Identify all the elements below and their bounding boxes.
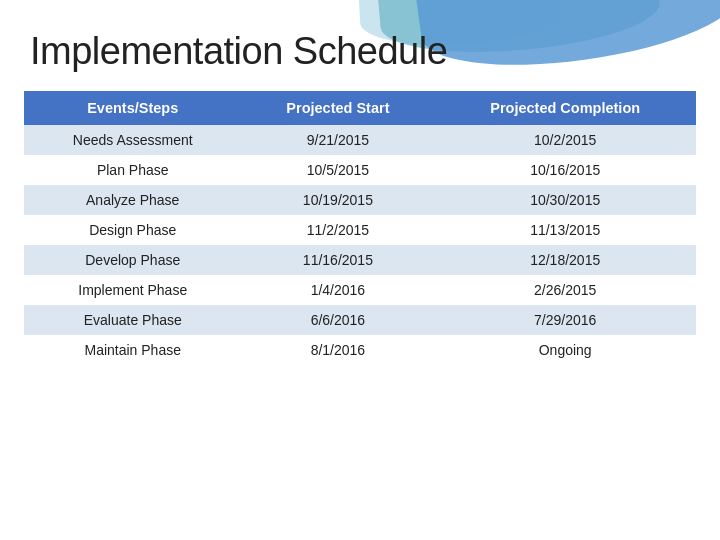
page-title: Implementation Schedule (0, 0, 720, 91)
table-cell-r7-c1: 8/1/2016 (241, 335, 434, 365)
table-cell-r4-c1: 11/16/2015 (241, 245, 434, 275)
table-cell-r3-c1: 11/2/2015 (241, 215, 434, 245)
schedule-table-container: Events/Steps Projected Start Projected C… (0, 91, 720, 365)
schedule-table: Events/Steps Projected Start Projected C… (24, 91, 696, 365)
table-cell-r5-c0: Implement Phase (24, 275, 241, 305)
table-row: Evaluate Phase6/6/20167/29/2016 (24, 305, 696, 335)
table-cell-r2-c2: 10/30/2015 (434, 185, 696, 215)
table-cell-r3-c2: 11/13/2015 (434, 215, 696, 245)
table-row: Design Phase11/2/201511/13/2015 (24, 215, 696, 245)
table-row: Analyze Phase10/19/201510/30/2015 (24, 185, 696, 215)
table-cell-r2-c0: Analyze Phase (24, 185, 241, 215)
table-cell-r5-c1: 1/4/2016 (241, 275, 434, 305)
table-row: Develop Phase11/16/201512/18/2015 (24, 245, 696, 275)
table-row: Plan Phase10/5/201510/16/2015 (24, 155, 696, 185)
table-cell-r6-c2: 7/29/2016 (434, 305, 696, 335)
table-row: Maintain Phase8/1/2016Ongoing (24, 335, 696, 365)
table-cell-r0-c1: 9/21/2015 (241, 125, 434, 155)
table-cell-r5-c2: 2/26/2015 (434, 275, 696, 305)
col-header-completion: Projected Completion (434, 91, 696, 125)
table-cell-r7-c2: Ongoing (434, 335, 696, 365)
table-row: Implement Phase1/4/20162/26/2015 (24, 275, 696, 305)
table-header-row: Events/Steps Projected Start Projected C… (24, 91, 696, 125)
table-cell-r6-c0: Evaluate Phase (24, 305, 241, 335)
table-cell-r0-c2: 10/2/2015 (434, 125, 696, 155)
table-cell-r7-c0: Maintain Phase (24, 335, 241, 365)
table-cell-r4-c2: 12/18/2015 (434, 245, 696, 275)
table-row: Needs Assessment9/21/201510/2/2015 (24, 125, 696, 155)
table-cell-r1-c1: 10/5/2015 (241, 155, 434, 185)
col-header-start: Projected Start (241, 91, 434, 125)
table-body: Needs Assessment9/21/201510/2/2015Plan P… (24, 125, 696, 365)
table-cell-r1-c0: Plan Phase (24, 155, 241, 185)
table-cell-r4-c0: Develop Phase (24, 245, 241, 275)
table-cell-r3-c0: Design Phase (24, 215, 241, 245)
col-header-events: Events/Steps (24, 91, 241, 125)
table-cell-r6-c1: 6/6/2016 (241, 305, 434, 335)
table-cell-r2-c1: 10/19/2015 (241, 185, 434, 215)
table-cell-r0-c0: Needs Assessment (24, 125, 241, 155)
table-cell-r1-c2: 10/16/2015 (434, 155, 696, 185)
